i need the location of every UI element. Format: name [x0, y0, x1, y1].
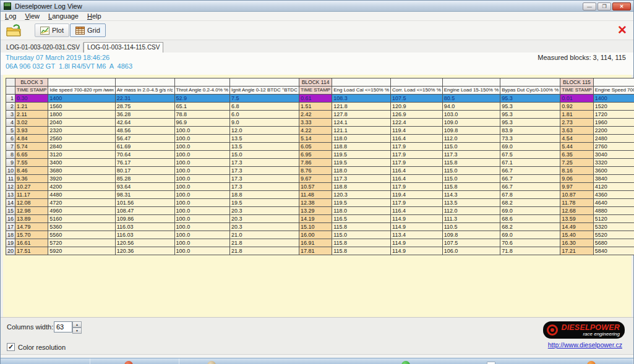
grid-cell[interactable]: 112.0 [442, 135, 500, 143]
grid-cell[interactable]: 0.01 [560, 95, 593, 103]
columns-width-spinner[interactable]: 63 ▲ ▼ [54, 321, 82, 332]
grid-cell[interactable]: 100.0 [174, 239, 230, 247]
close-button[interactable]: ✕ [612, 2, 631, 11]
grid-cell[interactable]: 9.67 [299, 175, 332, 183]
grid-cell[interactable]: 1800 [48, 111, 115, 119]
grid-cell[interactable]: 21.8 [230, 247, 299, 255]
grid-cell[interactable]: 117.9 [391, 183, 443, 191]
grid-cell[interactable]: 100.0 [174, 215, 230, 223]
grid-cell[interactable]: 3920 [48, 175, 115, 183]
grid-cell[interactable]: 1.81 [560, 111, 593, 119]
grid-cell[interactable]: 116.03 [115, 231, 174, 239]
grid-cell[interactable]: 6.8 [230, 103, 299, 111]
row-number[interactable]: 5 [6, 127, 15, 135]
grid-cell[interactable]: 66.7 [500, 183, 560, 191]
grid-cell[interactable]: 4360 [593, 191, 634, 199]
row-number[interactable]: 15 [6, 207, 15, 215]
column-header[interactable]: Idle speed 700-820 rpm /мин [48, 87, 115, 95]
grid-cell[interactable]: 113.4 [391, 231, 443, 239]
grid-cell[interactable]: 3.63 [560, 127, 593, 135]
grid-cell[interactable]: 76.17 [115, 159, 174, 167]
grid-cell[interactable]: 115.0 [442, 143, 500, 151]
row-number[interactable]: 19 [6, 239, 15, 247]
grid-cell[interactable]: 12.38 [299, 199, 332, 207]
grid-cell[interactable]: 8.76 [299, 167, 332, 175]
grid-cell[interactable]: 7.86 [299, 159, 332, 167]
grid-cell[interactable]: 3120 [48, 151, 115, 159]
grid-cell[interactable]: 117.9 [391, 151, 443, 159]
grid-cell[interactable]: 116.4 [391, 207, 443, 215]
row-number[interactable]: 6 [6, 135, 15, 143]
grid-cell[interactable]: 111.3 [442, 215, 500, 223]
grid-cell[interactable]: 78.8 [174, 111, 230, 119]
grid-cell[interactable]: 13.59 [560, 215, 593, 223]
grid-cell[interactable]: 69.0 [500, 231, 560, 239]
spin-down-icon[interactable]: ▼ [72, 328, 82, 334]
grid-cell[interactable]: 16.00 [299, 231, 332, 239]
grid-cell[interactable]: 5360 [48, 223, 115, 231]
grid-cell[interactable]: 1560 [48, 103, 115, 111]
grid-cell[interactable]: 15.40 [560, 231, 593, 239]
grid-cell[interactable]: 5.44 [560, 143, 593, 151]
grid-cell[interactable]: 2560 [48, 135, 115, 143]
grid-cell[interactable]: 71.8 [500, 247, 560, 255]
grid-cell[interactable]: 109.0 [442, 119, 500, 127]
grid-cell[interactable]: 5120 [593, 215, 634, 223]
grid-cell[interactable]: 100.0 [174, 191, 230, 199]
row-number[interactable]: 1 [6, 95, 15, 103]
grid-cell[interactable]: 17.3 [230, 159, 299, 167]
grid-cell[interactable]: 5680 [593, 239, 634, 247]
plot-button[interactable]: Plot [35, 23, 69, 37]
column-header[interactable]: Bypas Dut Cyc/0-100% % [500, 87, 560, 95]
grid-cell[interactable]: 3040 [593, 151, 634, 159]
grid-cell[interactable]: 1400 [593, 95, 634, 103]
grid-cell[interactable]: 83.9 [500, 127, 560, 135]
column-header[interactable]: Engine Speed 700-6800 RPM [593, 87, 634, 95]
restore-button[interactable]: ❐ [598, 2, 611, 11]
row-number[interactable]: 13 [6, 191, 15, 199]
grid-cell[interactable]: 10.57 [299, 183, 332, 191]
grid-cell[interactable]: 5920 [48, 247, 115, 255]
grid-cell[interactable]: 115.0 [442, 175, 500, 183]
grid-cell[interactable]: 20.3 [230, 223, 299, 231]
grid-cell[interactable]: 118.8 [332, 143, 391, 151]
grid-cell[interactable]: 69.0 [500, 207, 560, 215]
grid-cell[interactable]: 5160 [48, 215, 115, 223]
grid-cell[interactable]: 116.5 [332, 215, 391, 223]
column-header[interactable]: Air mass in 2.0-4.5 g/s г/с [115, 87, 174, 95]
column-header[interactable]: Eng Load Cal <=150% % [332, 87, 391, 95]
taskbar-app-icon[interactable] [124, 361, 133, 364]
color-resolution-checkbox[interactable]: ✓ [7, 343, 15, 351]
grid-cell[interactable]: 108.3 [332, 95, 391, 103]
grid-cell[interactable]: 7.55 [15, 159, 48, 167]
grid-cell[interactable]: 115.8 [332, 239, 391, 247]
grid-cell[interactable]: 114.9 [391, 239, 443, 247]
column-header[interactable]: TIME STAMP [15, 87, 48, 95]
grid-cell[interactable]: 3320 [593, 159, 634, 167]
grid-cell[interactable]: 2200 [593, 127, 634, 135]
grid-cell[interactable]: 10.87 [560, 191, 593, 199]
grid-cell[interactable]: 69.0 [500, 143, 560, 151]
grid-cell[interactable]: 4880 [593, 207, 634, 215]
grid-cell[interactable]: 7.5 [230, 95, 299, 103]
grid-cell[interactable]: 6.65 [15, 151, 48, 159]
grid-cell[interactable]: 100.0 [174, 175, 230, 183]
grid-cell[interactable]: 118.0 [332, 135, 391, 143]
grid-cell[interactable]: 80.17 [115, 167, 174, 175]
tab-1[interactable]: LOG-01-003-020-031.CSV [3, 43, 84, 53]
grid-cell[interactable]: 12.0 [230, 127, 299, 135]
grid-cell[interactable]: 120.56 [115, 239, 174, 247]
taskbar-app-icon[interactable] [487, 362, 495, 364]
columns-width-value[interactable]: 63 [54, 321, 72, 332]
grid-cell[interactable]: 100.0 [174, 151, 230, 159]
dieselpower-link[interactable]: http://www.dieselpower.cz [548, 341, 622, 349]
grid-cell[interactable]: 13.89 [15, 215, 48, 223]
row-number[interactable]: 18 [6, 231, 15, 239]
grid-cell[interactable]: 1720 [593, 111, 634, 119]
grid-cell[interactable]: 116.03 [115, 223, 174, 231]
grid-cell[interactable]: 113.5 [442, 199, 500, 207]
taskbar-app-icon[interactable] [587, 361, 596, 364]
grid-cell[interactable]: 3680 [48, 167, 115, 175]
grid-cell[interactable]: 1.51 [299, 103, 332, 111]
grid-cell[interactable]: 5.14 [299, 135, 332, 143]
